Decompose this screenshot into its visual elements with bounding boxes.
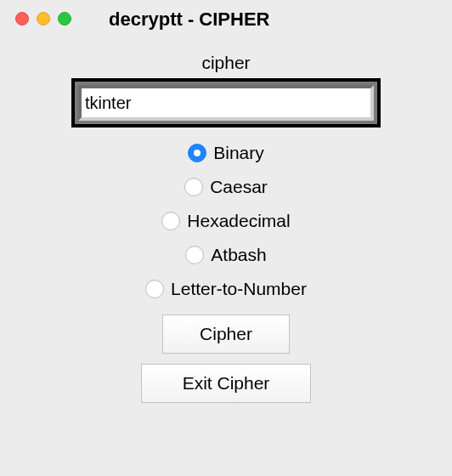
cipher-input-frame xyxy=(71,78,381,128)
radio-icon xyxy=(145,280,164,298)
radio-option-caesar[interactable]: Caesar xyxy=(184,177,268,197)
content-area: cipher Binary Caesar Hexadecimal Atbash … xyxy=(0,37,452,413)
maximize-icon[interactable] xyxy=(58,12,71,26)
cipher-input[interactable] xyxy=(85,94,367,113)
radio-icon xyxy=(185,246,204,264)
radio-icon xyxy=(188,144,206,162)
traffic-lights xyxy=(15,12,71,26)
exit-cipher-button[interactable]: Exit Cipher xyxy=(141,364,311,403)
radio-icon xyxy=(161,212,180,230)
radio-label: Atbash xyxy=(211,245,266,265)
close-icon[interactable] xyxy=(15,12,29,26)
radio-label: Letter-to-Number xyxy=(171,279,307,299)
radio-label: Binary xyxy=(213,143,264,163)
titlebar: decryptt - CIPHER xyxy=(0,0,452,37)
radio-option-binary[interactable]: Binary xyxy=(188,143,264,163)
cipher-input-inner xyxy=(78,85,374,121)
radio-option-letter-to-number[interactable]: Letter-to-Number xyxy=(145,279,307,299)
window-title: decryptt - CIPHER xyxy=(109,8,269,31)
radio-option-hexadecimal[interactable]: Hexadecimal xyxy=(161,211,290,231)
cipher-radio-group: Binary Caesar Hexadecimal Atbash Letter-… xyxy=(145,143,307,299)
field-label-cipher: cipher xyxy=(201,53,250,73)
radio-label: Caesar xyxy=(210,177,268,197)
minimize-icon[interactable] xyxy=(37,12,50,26)
radio-label: Hexadecimal xyxy=(187,211,290,231)
cipher-button[interactable]: Cipher xyxy=(162,314,290,354)
radio-option-atbash[interactable]: Atbash xyxy=(185,245,266,265)
radio-icon xyxy=(184,178,203,196)
